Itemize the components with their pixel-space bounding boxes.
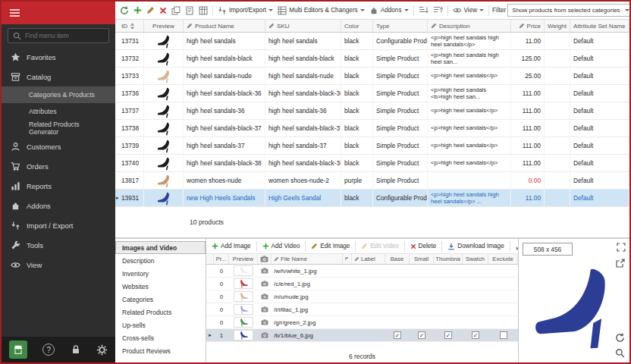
- image-thumbnail[interactable]: [229, 303, 258, 315]
- search-input[interactable]: [25, 32, 104, 39]
- image-file-name[interactable]: /l/i/lilac_1.jpg: [272, 303, 343, 315]
- product-description[interactable]: <p>high heel sandals</p>: [428, 137, 511, 154]
- thumbnail-checkbox[interactable]: [434, 316, 463, 328]
- addons-menu[interactable]: Addons: [368, 5, 410, 17]
- column-header-id[interactable]: ID: [115, 20, 144, 32]
- column-header-product-name[interactable]: Product Name: [184, 20, 265, 32]
- tab-categories[interactable]: Categories: [115, 293, 206, 306]
- product-price[interactable]: 111.00: [511, 120, 545, 136]
- image-thumbnail[interactable]: [229, 316, 258, 328]
- column-header-thumbnail[interactable]: Thumbna: [434, 254, 463, 264]
- product-preview[interactable]: [144, 102, 184, 119]
- image-label[interactable]: [352, 265, 385, 277]
- multi-editors-menu[interactable]: Multi Editors & Changers: [276, 5, 366, 17]
- thumbnail-checkbox[interactable]: [434, 329, 463, 341]
- edit-image-button[interactable]: Edit Image: [309, 241, 351, 251]
- image-file-name[interactable]: /g/r/green_2.jpg: [272, 316, 343, 328]
- table-row[interactable]: 13931 new High Heels Sandals High Geels …: [115, 190, 629, 207]
- product-weight[interactable]: [545, 137, 570, 154]
- product-color[interactable]: black: [341, 33, 373, 49]
- product-color[interactable]: purple: [341, 172, 373, 189]
- table-row[interactable]: 13736 high heel sandals-black-36 high he…: [115, 85, 629, 102]
- zoom-icon[interactable]: [615, 348, 625, 358]
- exclude-checkbox[interactable]: [488, 278, 518, 290]
- product-weight[interactable]: [545, 67, 570, 84]
- product-weight[interactable]: [545, 50, 570, 67]
- column-header-description[interactable]: Description: [428, 20, 511, 32]
- product-name[interactable]: high heel sandals-black-36: [184, 85, 265, 102]
- exclude-checkbox[interactable]: [488, 265, 518, 277]
- product-name[interactable]: high heel sandals-nude: [184, 67, 265, 84]
- swatch-checkbox[interactable]: [463, 290, 488, 303]
- product-color[interactable]: black: [341, 190, 373, 206]
- product-weight[interactable]: [545, 102, 570, 119]
- product-description[interactable]: <p>high heel sandals</p>: [428, 120, 511, 136]
- list-item[interactable]: 0 /g/r/green_2.jpg: [206, 316, 518, 329]
- product-name[interactable]: women shoes-nude: [184, 172, 265, 189]
- product-weight[interactable]: [545, 85, 570, 102]
- rotate-icon[interactable]: [615, 333, 625, 343]
- exclude-checkbox[interactable]: [488, 290, 518, 303]
- table-row[interactable]: 13738 high heel sandals-black-37 high he…: [115, 120, 629, 137]
- image-label[interactable]: [352, 290, 385, 303]
- thumbnail-checkbox[interactable]: [434, 303, 463, 315]
- delete-button[interactable]: [158, 5, 168, 16]
- refresh-button[interactable]: [118, 5, 130, 17]
- sidebar-item-orders[interactable]: Orders: [2, 156, 115, 176]
- product-preview[interactable]: [144, 155, 184, 171]
- image-file-name[interactable]: /w/h/white_1.jpg: [272, 265, 343, 277]
- product-sku[interactable]: high heel sandals-36: [265, 102, 341, 119]
- product-description[interactable]: <p>high heel sandals <b>high heel san...: [428, 85, 511, 102]
- small-checkbox[interactable]: [410, 290, 434, 303]
- tab-up-sells[interactable]: Up-sells: [115, 318, 206, 331]
- sidebar-item-addons[interactable]: Addons: [2, 196, 115, 215]
- column-header-base[interactable]: Base: [385, 254, 410, 264]
- product-weight[interactable]: [545, 190, 570, 206]
- tab-cross-sells[interactable]: Cross-sells: [115, 331, 206, 344]
- column-header-price[interactable]: Price: [511, 20, 545, 32]
- delete-image-button[interactable]: Delete: [409, 241, 438, 251]
- product-color[interactable]: black: [341, 137, 373, 154]
- column-header-swatch[interactable]: Swatch: [463, 254, 488, 264]
- product-name[interactable]: high heel sandals-36: [184, 102, 265, 119]
- fullscreen-icon[interactable]: [617, 243, 626, 252]
- product-description[interactable]: <p>high heel sandals high heel sandals</…: [428, 190, 511, 206]
- product-description[interactable]: <p>high heel sandals</p>: [428, 155, 511, 171]
- product-description[interactable]: <p>high heel sandals high heel sandals</…: [428, 33, 511, 49]
- product-weight[interactable]: [545, 155, 570, 171]
- thumbnail-checkbox[interactable]: [434, 265, 463, 277]
- sidebar-item-view[interactable]: View: [2, 255, 115, 275]
- base-checkbox[interactable]: [385, 316, 410, 328]
- exclude-checkbox[interactable]: [488, 303, 518, 315]
- image-thumbnail[interactable]: [229, 329, 258, 341]
- base-checkbox[interactable]: [385, 303, 410, 315]
- tab-inventory[interactable]: Inventory: [115, 267, 206, 280]
- column-header-label[interactable]: Label: [352, 254, 385, 264]
- help-icon[interactable]: [42, 344, 55, 356]
- column-header-weight[interactable]: Weight: [545, 20, 570, 32]
- product-preview[interactable]: [144, 67, 184, 84]
- category-filter-select[interactable]: Show products from selected categories: [507, 4, 629, 17]
- lock-icon[interactable]: [71, 344, 81, 355]
- product-preview[interactable]: [144, 33, 184, 49]
- sidebar-item-attributes[interactable]: Attributes: [2, 103, 115, 120]
- sidebar-item-categories-products[interactable]: Categories & Products: [2, 86, 115, 103]
- product-price[interactable]: 11.00: [511, 190, 545, 206]
- product-description[interactable]: <p>high heel sandals</p>: [428, 102, 511, 119]
- column-header-flag[interactable]: [343, 254, 352, 264]
- menu-search[interactable]: [8, 28, 109, 43]
- product-color[interactable]: black: [341, 102, 373, 119]
- product-name[interactable]: high heel sandals: [184, 33, 265, 49]
- edit-video-button[interactable]: Edit Video: [359, 241, 400, 251]
- product-sku[interactable]: high heel sandals-black: [265, 50, 341, 67]
- product-sku[interactable]: high heel sandals-black-37: [265, 120, 341, 136]
- sort-asc-button[interactable]: [417, 5, 430, 16]
- column-header-exclude[interactable]: Exclude: [488, 254, 518, 264]
- thumbnail-checkbox[interactable]: [434, 278, 463, 290]
- product-price[interactable]: 111.00: [511, 155, 545, 171]
- list-item[interactable]: 0 /w/h/white_1.jpg: [206, 265, 518, 278]
- copy-button[interactable]: [170, 5, 182, 17]
- small-checkbox[interactable]: [410, 265, 434, 277]
- product-name[interactable]: new High Heels Sandals: [184, 190, 265, 206]
- product-description[interactable]: <p>high heel sandals high heel san...: [428, 50, 511, 67]
